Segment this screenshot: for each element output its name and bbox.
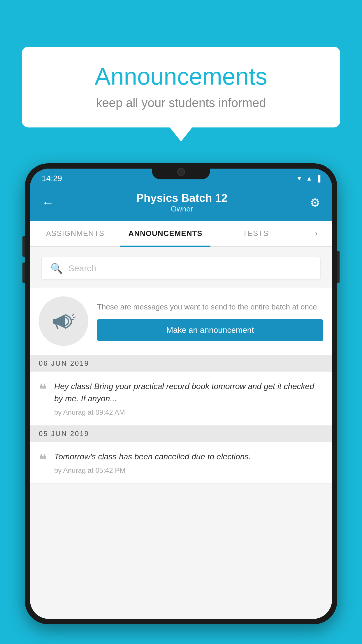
settings-icon[interactable]: ⚙ bbox=[310, 196, 320, 209]
header-subtitle: Owner bbox=[54, 204, 310, 214]
phone-container: 14:29 ▼ ▲ ▐ ← Physics Batch 12 Owner ⚙ bbox=[25, 163, 337, 644]
announcement-text-2: Tomorrow's class has been cancelled due … bbox=[54, 451, 323, 463]
make-announcement-button[interactable]: Make an announcement bbox=[97, 319, 323, 341]
svg-line-3 bbox=[72, 314, 74, 316]
announcement-meta-1: by Anurag at 09:42 AM bbox=[54, 408, 323, 416]
announcement-item-2[interactable]: ❝ Tomorrow's class has been cancelled du… bbox=[30, 442, 332, 484]
announcement-text-1: Hey class! Bring your practical record b… bbox=[54, 380, 323, 405]
status-time: 14:29 bbox=[42, 174, 62, 183]
tab-bar: ASSIGNMENTS ANNOUNCEMENTS TESTS › bbox=[30, 221, 332, 247]
megaphone-icon bbox=[50, 308, 77, 334]
announcement-item-1[interactable]: ❝ Hey class! Bring your practical record… bbox=[30, 372, 332, 426]
speech-bubble: Announcements keep all your students inf… bbox=[22, 47, 340, 127]
date-separator-1: 06 JUN 2019 bbox=[30, 355, 332, 372]
date-separator-2: 05 JUN 2019 bbox=[30, 426, 332, 442]
svg-line-5 bbox=[72, 319, 74, 320]
tab-tests[interactable]: TESTS bbox=[210, 221, 301, 246]
phone-frame: 14:29 ▼ ▲ ▐ ← Physics Batch 12 Owner ⚙ bbox=[25, 163, 337, 624]
tab-announcements[interactable]: ANNOUNCEMENTS bbox=[120, 221, 211, 246]
front-camera bbox=[177, 168, 185, 176]
search-bar[interactable]: 🔍 Search bbox=[42, 257, 320, 279]
signal-icon: ▲ bbox=[306, 175, 312, 182]
search-placeholder: Search bbox=[68, 263, 96, 273]
tab-assignments[interactable]: ASSIGNMENTS bbox=[30, 221, 120, 246]
phone-notch bbox=[152, 163, 210, 179]
volume-down-button bbox=[22, 262, 25, 283]
svg-rect-1 bbox=[53, 319, 56, 324]
search-icon: 🔍 bbox=[50, 262, 63, 274]
promo-icon-circle bbox=[39, 296, 88, 346]
promo-right: These are messages you want to send to t… bbox=[97, 301, 323, 341]
tab-more[interactable]: › bbox=[301, 221, 332, 246]
svg-line-4 bbox=[73, 317, 75, 318]
announcement-content-2: Tomorrow's class has been cancelled due … bbox=[54, 451, 323, 475]
announcement-meta-2: by Anurag at 05:42 PM bbox=[54, 466, 323, 475]
announcement-content-1: Hey class! Bring your practical record b… bbox=[54, 380, 323, 416]
speech-bubble-title: Announcements bbox=[39, 63, 323, 90]
header-center: Physics Batch 12 Owner bbox=[54, 192, 310, 214]
phone-screen: 14:29 ▼ ▲ ▐ ← Physics Batch 12 Owner ⚙ bbox=[30, 169, 332, 619]
battery-icon: ▐ bbox=[316, 175, 320, 182]
promo-description: These are messages you want to send to t… bbox=[97, 301, 323, 313]
speech-bubble-subtitle: keep all your students informed bbox=[39, 96, 323, 110]
speech-bubble-container: Announcements keep all your students inf… bbox=[22, 47, 340, 127]
quote-icon-1: ❝ bbox=[39, 382, 47, 397]
status-icons: ▼ ▲ ▐ bbox=[296, 175, 320, 182]
quote-icon-2: ❝ bbox=[39, 452, 47, 467]
app-header: ← Physics Batch 12 Owner ⚙ bbox=[30, 186, 332, 221]
wifi-icon: ▼ bbox=[296, 175, 303, 182]
promo-section: These are messages you want to send to t… bbox=[30, 288, 332, 355]
power-button bbox=[337, 251, 340, 283]
header-title: Physics Batch 12 bbox=[54, 192, 310, 204]
back-button[interactable]: ← bbox=[42, 196, 54, 210]
volume-up-button bbox=[22, 236, 25, 257]
